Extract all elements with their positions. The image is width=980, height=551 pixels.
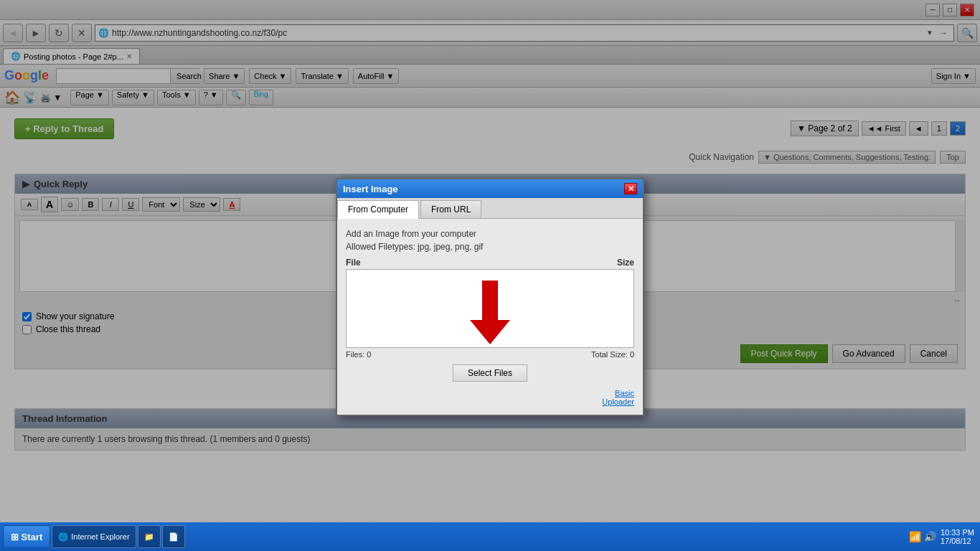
tab-from-url[interactable]: From URL <box>420 200 481 218</box>
size-col-header: Size <box>617 258 634 268</box>
ie-taskbar-icon: 🌐 <box>58 532 68 542</box>
basic-uploader-link[interactable]: Basic Uploader <box>602 389 634 406</box>
dialog-title-bar: Insert Image ✕ <box>337 179 643 198</box>
clock-date: 17/08/12 <box>941 537 974 545</box>
dialog-tabs: From Computer From URL <box>337 198 643 219</box>
dialog-body: Add an Image from your computer Allowed … <box>337 219 643 415</box>
start-button[interactable]: ⊞ Start <box>3 525 50 548</box>
insert-image-dialog: Insert Image ✕ From Computer From URL Ad… <box>336 178 644 416</box>
tab-from-computer[interactable]: From Computer <box>337 200 419 219</box>
clock-time: 10:33 PM <box>941 528 974 537</box>
taskbar-folder-item[interactable]: 📁 <box>138 525 161 548</box>
taskbar-other-item[interactable]: 📄 <box>162 525 185 548</box>
folder-taskbar-icon: 📁 <box>144 532 154 542</box>
dialog-close-button[interactable]: ✕ <box>624 183 637 194</box>
dialog-description: Add an Image from your computer Allowed … <box>346 227 634 253</box>
taskbar-ie-item[interactable]: 🌐 Internet Explorer <box>52 525 136 548</box>
file-list-header: File Size <box>346 258 634 268</box>
ie-taskbar-label: Internet Explorer <box>71 532 129 541</box>
modal-overlay: Insert Image ✕ From Computer From URL Ad… <box>0 0 980 522</box>
files-count: Files: 0 <box>346 350 371 359</box>
file-col-header: File <box>346 258 361 268</box>
arrow-indicator <box>470 281 510 344</box>
total-size: Total Size: 0 <box>591 350 634 359</box>
other-taskbar-icon: 📄 <box>169 532 179 542</box>
dialog-title: Insert Image <box>343 184 398 194</box>
taskbar-clock: 📶 🔊 10:33 PM 17/08/12 <box>909 528 977 545</box>
taskbar: ⊞ Start 🌐 Internet Explorer 📁 📄 📶 🔊 10:3… <box>0 522 980 551</box>
file-stats: Files: 0 Total Size: 0 <box>346 350 634 359</box>
file-list-box <box>346 269 634 348</box>
select-files-button[interactable]: Select Files <box>453 364 527 382</box>
system-tray-icons: 📶 🔊 <box>909 531 936 542</box>
